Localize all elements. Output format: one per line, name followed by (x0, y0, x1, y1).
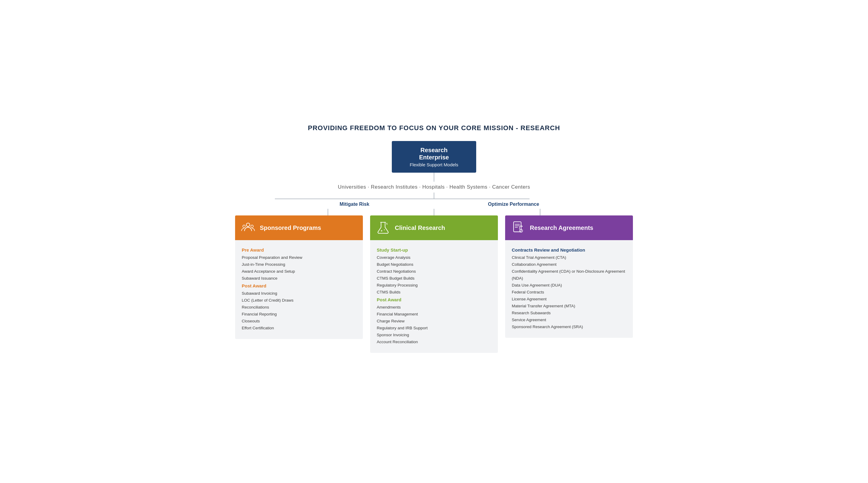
clinical-research-title: Clinical Research (395, 224, 445, 231)
svg-point-11 (522, 226, 523, 227)
horizontal-connector (275, 199, 530, 199)
list-item: Effort Certification (242, 325, 356, 332)
drop-line-right (540, 209, 540, 216)
pre-award-title: Pre Award (242, 247, 356, 253)
list-item: Financial Management (377, 311, 491, 318)
sponsored-programs-header: Sponsored Programs (235, 216, 363, 240)
clinical-research-header: Clinical Research (370, 216, 498, 240)
list-item: Coverage Analysis (377, 254, 491, 261)
vertical-connector-mid (434, 193, 434, 199)
drop-line-center (434, 209, 434, 216)
page-container: PROVIDING FREEDOM TO FOCUS ON YOUR CORE … (217, 112, 651, 371)
list-item: Federal Contracts (512, 289, 626, 296)
post-award-items: Subaward Invoicing LOC (Letter of Credit… (242, 290, 356, 332)
contracts-review-section: Contracts Review and Negotiation Clinica… (512, 247, 626, 330)
clinical-research-icon (375, 220, 391, 235)
list-item: Sponsor Invoicing (377, 332, 491, 339)
research-agreements-icon (510, 220, 526, 235)
pre-award-items: Proposal Preparation and Review Just-in-… (242, 254, 356, 282)
center-box: Research Enterprise Flexible Support Mod… (392, 141, 476, 173)
study-startup-title: Study Start-up (377, 247, 491, 253)
study-startup-items: Coverage Analysis Budget Negotiations Co… (377, 254, 491, 296)
drop-line-left (328, 209, 328, 216)
list-item: Subaward Invoicing (242, 290, 356, 297)
list-item: Regulatory and IRB Support (377, 325, 491, 332)
mitigate-risk-label: Mitigate Risk (302, 199, 407, 210)
page-title: PROVIDING FREEDOM TO FOCUS ON YOUR CORE … (235, 124, 633, 132)
list-item: Data Use Agreement (DUA) (512, 282, 626, 289)
list-item: Research Subawards (512, 310, 626, 317)
subtitle-bar: Universities · Research Institutes · Hos… (338, 184, 530, 190)
study-startup-section: Study Start-up Coverage Analysis Budget … (377, 247, 491, 296)
sponsored-programs-icon (241, 220, 255, 235)
list-item: Contract Negotiations (377, 268, 491, 275)
clinical-post-award-title: Post Award (377, 297, 491, 302)
contracts-review-title: Contracts Review and Negotiation (512, 247, 626, 253)
post-award-section: Post Award Subaward Invoicing LOC (Lette… (242, 283, 356, 332)
column-clinical-research: Clinical Research Study Start-up Coverag… (370, 216, 498, 353)
list-item: Account Reconciliation (377, 339, 491, 346)
list-item: Material Transfer Agreement (MTA) (512, 303, 626, 310)
svg-point-2 (251, 225, 253, 227)
clinical-post-award-section: Post Award Amendments Financial Manageme… (377, 297, 491, 346)
list-item: Reconciliations (242, 304, 356, 311)
list-item: Collaboration Agreement (512, 261, 626, 268)
svg-point-0 (246, 223, 250, 227)
column-research-agreements: Research Agreements Contracts Review and… (505, 216, 633, 337)
center-box-title: Research Enterprise (406, 147, 462, 161)
center-box-subtitle: Flexible Support Models (406, 162, 462, 167)
svg-point-4 (381, 230, 382, 232)
list-item: Service Agreement (512, 317, 626, 324)
list-item: Closeouts (242, 318, 356, 325)
list-item: License Agreement (512, 296, 626, 303)
list-item: CTMS Builds (377, 289, 491, 296)
center-box-wrap: Research Enterprise Flexible Support Mod… (392, 141, 476, 173)
list-item: Charge Review (377, 318, 491, 325)
clinical-post-award-items: Amendments Financial Management Charge R… (377, 304, 491, 346)
list-item: Regulatory Processing (377, 282, 491, 289)
list-item: Subaward Issuance (242, 275, 356, 282)
list-item: Award Acceptance and Setup (242, 268, 356, 275)
vertical-connector-top (434, 173, 434, 182)
post-award-title: Post Award (242, 283, 356, 288)
svg-point-1 (243, 225, 245, 227)
list-item: CTMS Budget Builds (377, 275, 491, 282)
contracts-review-items: Clinical Trial Agreement (CTA) Collabora… (512, 254, 626, 330)
list-item: Clinical Trial Agreement (CTA) (512, 254, 626, 261)
sponsored-programs-title: Sponsored Programs (260, 224, 321, 231)
list-item: Financial Reporting (242, 311, 356, 318)
list-item: Sponsored Research Agreement (SRA) (512, 324, 626, 330)
research-agreements-title: Research Agreements (530, 224, 593, 231)
columns-row: Sponsored Programs Pre Award Proposal Pr… (235, 216, 633, 353)
list-item: Confidentiality Agreement (CDA) or Non-D… (512, 268, 626, 282)
list-item: LOC (Letter of Credit) Draws (242, 297, 356, 304)
pre-award-section: Pre Award Proposal Preparation and Revie… (242, 247, 356, 282)
clinical-research-body: Study Start-up Coverage Analysis Budget … (370, 240, 498, 353)
optimize-performance-label: Optimize Performance (461, 199, 566, 210)
list-item: Proposal Preparation and Review (242, 254, 356, 261)
research-agreements-body: Contracts Review and Negotiation Clinica… (505, 240, 633, 337)
svg-point-5 (384, 229, 385, 230)
column-sponsored-programs: Sponsored Programs Pre Award Proposal Pr… (235, 216, 363, 339)
diagram-connector: Research Enterprise Flexible Support Mod… (235, 141, 633, 216)
research-agreements-header: Research Agreements (505, 216, 633, 240)
sponsored-programs-body: Pre Award Proposal Preparation and Revie… (235, 240, 363, 339)
list-item: Amendments (377, 304, 491, 311)
list-item: Budget Negotiations (377, 261, 491, 268)
list-item: Just-in-Time Processing (242, 261, 356, 268)
